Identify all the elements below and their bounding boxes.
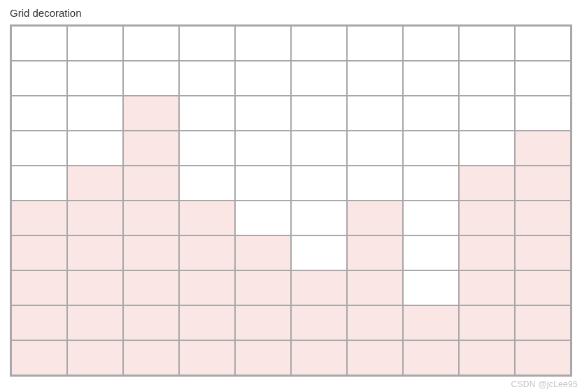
grid-cell xyxy=(67,270,123,305)
grid-cell xyxy=(123,131,179,166)
grid-cell xyxy=(459,305,515,340)
grid-cell xyxy=(403,305,459,340)
grid-cell xyxy=(123,201,179,235)
grid-cell xyxy=(515,26,571,61)
grid-cell xyxy=(403,340,459,375)
grid-cell xyxy=(459,340,515,375)
grid-cell xyxy=(403,131,459,166)
grid-cell xyxy=(67,61,123,96)
grid-cell xyxy=(235,235,291,270)
grid-cell xyxy=(67,340,123,375)
grid-cell xyxy=(235,131,291,166)
grid xyxy=(11,26,571,375)
grid-cell xyxy=(11,166,67,201)
grid-cell xyxy=(235,340,291,375)
grid-cell xyxy=(67,166,123,201)
grid-cell xyxy=(515,235,571,270)
grid-cell xyxy=(291,201,347,235)
grid-cell xyxy=(11,201,67,235)
grid-cell xyxy=(11,26,67,61)
grid-cell xyxy=(291,61,347,96)
grid-cell xyxy=(291,270,347,305)
grid-cell xyxy=(179,26,235,61)
grid-cell xyxy=(347,131,403,166)
grid-cell xyxy=(347,166,403,201)
grid-cell xyxy=(179,270,235,305)
grid-cell xyxy=(347,96,403,131)
grid-cell xyxy=(179,340,235,375)
grid-cell xyxy=(123,61,179,96)
grid-cell xyxy=(11,340,67,375)
grid-cell xyxy=(459,235,515,270)
grid-cell xyxy=(515,340,571,375)
grid-cell xyxy=(515,270,571,305)
watermark: CSDN @jcLee95 xyxy=(511,379,578,384)
grid-cell xyxy=(123,340,179,375)
grid-cell xyxy=(403,96,459,131)
grid-cell xyxy=(235,61,291,96)
grid-cell xyxy=(67,305,123,340)
grid-cell xyxy=(179,61,235,96)
grid-cell xyxy=(11,96,67,131)
grid-cell xyxy=(67,201,123,235)
grid-cell xyxy=(235,305,291,340)
grid-cell xyxy=(403,270,459,305)
grid-cell xyxy=(403,235,459,270)
grid-cell xyxy=(515,305,571,340)
grid-cell xyxy=(291,131,347,166)
grid-cell xyxy=(179,96,235,131)
grid-cell xyxy=(235,270,291,305)
grid-cell xyxy=(403,26,459,61)
grid-cell xyxy=(11,61,67,96)
grid-cell xyxy=(459,61,515,96)
grid-cell xyxy=(515,96,571,131)
grid-cell xyxy=(179,131,235,166)
grid-cell xyxy=(459,26,515,61)
grid-cell xyxy=(291,305,347,340)
grid-cell xyxy=(459,131,515,166)
grid-cell xyxy=(347,235,403,270)
grid-cell xyxy=(515,166,571,201)
grid-cell xyxy=(67,131,123,166)
grid-cell xyxy=(179,235,235,270)
grid-cell xyxy=(403,166,459,201)
grid-cell xyxy=(123,235,179,270)
grid-cell xyxy=(459,201,515,235)
grid-cell xyxy=(179,166,235,201)
grid-cell xyxy=(11,131,67,166)
grid-cell xyxy=(67,235,123,270)
grid-cell xyxy=(403,61,459,96)
grid-cell xyxy=(67,26,123,61)
grid-cell xyxy=(235,166,291,201)
grid-cell xyxy=(459,96,515,131)
grid-cell xyxy=(11,235,67,270)
grid-cell xyxy=(291,26,347,61)
grid-cell xyxy=(11,270,67,305)
grid-cell xyxy=(235,201,291,235)
grid-cell xyxy=(347,340,403,375)
grid-cell xyxy=(235,96,291,131)
grid-cell xyxy=(347,26,403,61)
grid-cell xyxy=(403,201,459,235)
grid-cell xyxy=(291,166,347,201)
grid-container xyxy=(10,24,572,377)
chart-title: Grid decoration xyxy=(10,7,572,19)
grid-cell xyxy=(459,270,515,305)
grid-cell xyxy=(515,61,571,96)
grid-cell xyxy=(179,305,235,340)
grid-cell xyxy=(123,305,179,340)
grid-cell xyxy=(235,26,291,61)
grid-cell xyxy=(347,201,403,235)
grid-cell xyxy=(11,305,67,340)
grid-cell xyxy=(291,340,347,375)
grid-cell xyxy=(515,131,571,166)
grid-cell xyxy=(123,26,179,61)
grid-cell xyxy=(123,96,179,131)
grid-cell xyxy=(123,270,179,305)
grid-cell xyxy=(123,166,179,201)
grid-cell xyxy=(347,305,403,340)
grid-cell xyxy=(459,166,515,201)
grid-cell xyxy=(347,270,403,305)
grid-cell xyxy=(179,201,235,235)
grid-cell xyxy=(291,235,347,270)
